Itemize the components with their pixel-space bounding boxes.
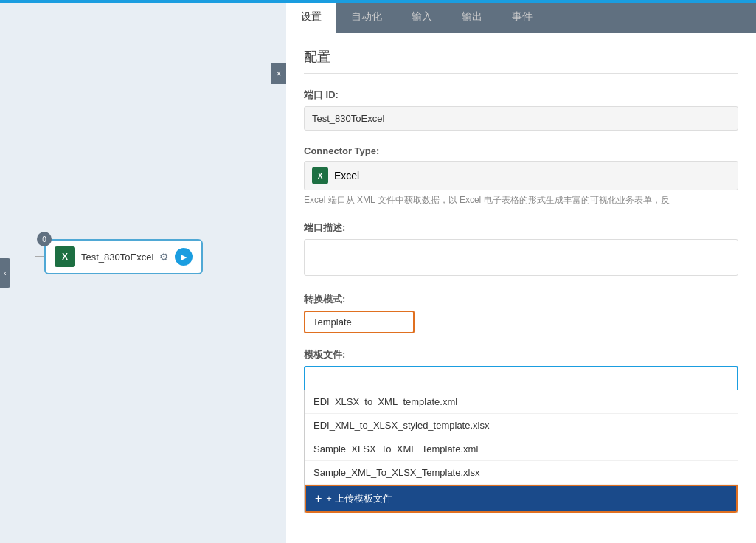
connector-description: Excel 端口从 XML 文件中获取数据，以 Excel 电子表格的形式生成丰… bbox=[304, 193, 738, 207]
transform-mode-value[interactable]: Template bbox=[304, 311, 415, 333]
close-button[interactable]: × bbox=[271, 63, 286, 84]
connector-type-group: Connector Type: X Excel Excel 端口从 XML 文件… bbox=[304, 145, 738, 207]
template-file-input[interactable] bbox=[304, 366, 738, 390]
main-layout: × ‹ 0 X Test_830ToExcel ⚙ ▶ 设置 自动化 输入 输出… bbox=[0, 3, 756, 543]
left-collapse-button[interactable]: ‹ bbox=[0, 258, 10, 288]
port-desc-textarea[interactable] bbox=[304, 239, 738, 276]
tab-bar: 设置 自动化 输入 输出 事件 bbox=[286, 3, 756, 33]
port-desc-group: 端口描述: bbox=[304, 221, 738, 278]
dropdown-item-3[interactable]: Sample_XML_To_XLSX_Template.xlsx bbox=[305, 461, 738, 485]
connector-type-row: X Excel bbox=[304, 161, 738, 190]
upload-plus-icon: + bbox=[315, 492, 322, 505]
right-panel: 设置 自动化 输入 输出 事件 配置 端口 ID: Connector Type… bbox=[286, 3, 756, 543]
node-connector-line bbox=[35, 256, 44, 257]
dropdown-item-0[interactable]: EDI_XLSX_to_XML_template.xml bbox=[305, 390, 738, 414]
port-id-group: 端口 ID: bbox=[304, 89, 738, 131]
node-container: 0 X Test_830ToExcel ⚙ ▶ bbox=[44, 239, 203, 274]
upload-label: + 上传模板文件 bbox=[326, 492, 392, 505]
template-file-dropdown: EDI_XLSX_to_XML_template.xml EDI_XML_to_… bbox=[304, 366, 738, 513]
section-title: 配置 bbox=[304, 48, 738, 74]
port-id-label: 端口 ID: bbox=[304, 89, 738, 102]
dropdown-list: EDI_XLSX_to_XML_template.xml EDI_XML_to_… bbox=[304, 390, 738, 513]
node-gear-icon[interactable]: ⚙ bbox=[159, 251, 169, 263]
content-area: 配置 端口 ID: Connector Type: X Excel Excel … bbox=[286, 33, 756, 543]
template-file-group: 模板文件: EDI_XLSX_to_XML_template.xml EDI_X… bbox=[304, 348, 738, 513]
connector-type-label: Connector Type: bbox=[304, 145, 738, 156]
connector-type-value: Excel bbox=[334, 170, 359, 181]
tab-input[interactable]: 输入 bbox=[397, 3, 447, 33]
tab-events[interactable]: 事件 bbox=[497, 3, 547, 33]
transform-mode-group: 转换模式: Template bbox=[304, 293, 738, 333]
port-id-input[interactable] bbox=[304, 106, 738, 131]
dropdown-item-2[interactable]: Sample_XLSX_To_XML_Template.xml bbox=[305, 437, 738, 461]
node-excel-icon: X bbox=[55, 246, 75, 267]
tab-automation[interactable]: 自动化 bbox=[336, 3, 397, 33]
node-label: Test_830ToExcel bbox=[81, 252, 153, 263]
tab-output[interactable]: 输出 bbox=[447, 3, 497, 33]
node-arrow-button[interactable]: ▶ bbox=[175, 248, 193, 266]
port-desc-label: 端口描述: bbox=[304, 221, 738, 235]
dropdown-item-1[interactable]: EDI_XML_to_XLSX_styled_template.xlsx bbox=[305, 414, 738, 437]
transform-mode-label: 转换模式: bbox=[304, 293, 738, 306]
tab-settings[interactable]: 设置 bbox=[286, 3, 336, 33]
template-file-label: 模板文件: bbox=[304, 348, 738, 362]
node-box: X Test_830ToExcel ⚙ ▶ bbox=[44, 239, 203, 274]
node-badge: 0 bbox=[37, 232, 52, 246]
connector-excel-icon: X bbox=[312, 167, 328, 184]
canvas-area: × ‹ 0 X Test_830ToExcel ⚙ ▶ bbox=[0, 3, 286, 543]
upload-template-button[interactable]: + + 上传模板文件 bbox=[305, 485, 738, 513]
